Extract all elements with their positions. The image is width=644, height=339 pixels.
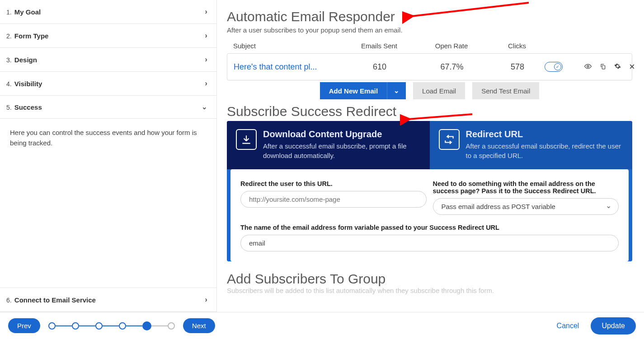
step-number: 2. xyxy=(6,33,12,40)
sidebar-item-visibility[interactable]: 4. Visibility › xyxy=(0,72,216,96)
redirect-box: Download Content Upgrade After a success… xyxy=(227,121,632,261)
next-button[interactable]: Next xyxy=(183,318,215,333)
sidebar-item-my-goal[interactable]: 1. My Goal › xyxy=(0,0,216,24)
redirect-title: Subscribe Success Redirect xyxy=(227,104,632,119)
copy-icon[interactable] xyxy=(600,63,606,71)
step-label: Visibility xyxy=(14,80,42,88)
download-icon xyxy=(236,129,257,150)
tab-title: Download Content Upgrade xyxy=(263,129,421,139)
chevron-down-icon: ⌄ xyxy=(202,103,207,111)
sidebar-item-form-type[interactable]: 2. Form Type › xyxy=(0,24,216,48)
chevron-right-icon: › xyxy=(205,79,207,88)
col-emails-sent: Emails Sent xyxy=(345,42,413,50)
step-progress xyxy=(48,321,175,330)
responder-subtitle: After a user subscribes to your popup se… xyxy=(227,26,632,34)
check-icon: ✓ xyxy=(554,63,561,70)
email-table-header: Subject Emails Sent Open Rate Clicks xyxy=(227,42,632,53)
delete-icon[interactable] xyxy=(629,63,635,71)
step-number: 5. xyxy=(6,104,12,111)
add-new-email-button[interactable]: Add New Email xyxy=(320,82,387,99)
preview-icon[interactable] xyxy=(584,63,592,71)
tab-desc: After a successful email subscribe, prom… xyxy=(263,141,421,160)
email-clicks-value: 578 xyxy=(490,62,545,72)
gear-icon[interactable] xyxy=(614,63,621,71)
chevron-right-icon: › xyxy=(205,295,207,304)
tab-title: Redirect URL xyxy=(466,129,624,139)
tab-redirect-url[interactable]: Redirect URL After a successful email su… xyxy=(430,121,633,169)
col-clicks: Clicks xyxy=(490,42,544,50)
email-sent-value: 610 xyxy=(346,62,414,72)
step-dot[interactable] xyxy=(72,322,79,330)
email-row: Here's that content pl... 610 67.7% 578 … xyxy=(227,53,632,80)
pass-email-select[interactable]: Pass email address as POST variable xyxy=(433,198,619,215)
chevron-right-icon: › xyxy=(205,7,207,16)
step-label: Form Type xyxy=(14,32,49,40)
sidebar-description: Here you can control the success events … xyxy=(0,119,216,288)
redirect-url-input[interactable] xyxy=(240,191,427,208)
load-email-button[interactable]: Load Email xyxy=(413,82,465,99)
email-subject-link[interactable]: Here's that content pl... xyxy=(234,62,346,72)
update-button[interactable]: Update xyxy=(591,317,636,334)
sidebar: 1. My Goal › 2. Form Type › 3. Design › … xyxy=(0,0,217,312)
prev-button[interactable]: Prev xyxy=(8,318,40,333)
step-number: 1. xyxy=(6,9,12,16)
step-dot[interactable] xyxy=(95,322,103,330)
variable-name-label: The name of the email address form varia… xyxy=(240,224,619,231)
cancel-link[interactable]: Cancel xyxy=(557,322,579,330)
step-number: 3. xyxy=(6,56,12,64)
tab-download-content-upgrade[interactable]: Download Content Upgrade After a success… xyxy=(227,121,430,169)
col-open-rate: Open Rate xyxy=(413,42,490,50)
step-label: My Goal xyxy=(14,8,41,16)
step-dot[interactable] xyxy=(119,322,126,330)
footer: Prev Next Cancel Update xyxy=(0,312,644,339)
chevron-right-icon: › xyxy=(205,55,207,64)
tab-desc: After a successful email subscribe, redi… xyxy=(466,141,624,160)
email-open-value: 67.7% xyxy=(414,62,490,72)
chevron-right-icon: › xyxy=(205,31,207,40)
svg-point-0 xyxy=(587,65,589,67)
sidebar-item-connect-email-service[interactable]: 6. Connect to Email Service › xyxy=(0,288,216,312)
step-dot[interactable] xyxy=(48,322,56,330)
step-number: 6. xyxy=(6,297,12,304)
email-enabled-toggle[interactable]: ✓ xyxy=(545,62,563,72)
step-label: Design xyxy=(14,56,37,64)
step-label: Success xyxy=(14,103,42,111)
send-test-email-button[interactable]: Send Test Email xyxy=(472,82,539,99)
sidebar-item-design[interactable]: 3. Design › xyxy=(0,48,216,72)
step-dot-current[interactable] xyxy=(142,321,151,330)
main-content: Automatic Email Responder After a user s… xyxy=(217,0,644,312)
step-dot[interactable] xyxy=(168,322,175,330)
svg-rect-1 xyxy=(602,65,605,69)
group-subtitle: Subscribers will be added to this list a… xyxy=(227,287,632,294)
redirect-url-label: Redirect the user to this URL. xyxy=(240,180,427,187)
step-label: Connect to Email Service xyxy=(14,296,96,304)
pass-email-label: Need to do something with the email addr… xyxy=(433,180,619,195)
redirect-icon xyxy=(439,129,460,150)
variable-name-input[interactable] xyxy=(240,235,619,251)
sidebar-item-success[interactable]: 5. Success ⌄ xyxy=(0,96,216,119)
group-title: Add Subscribers To Group xyxy=(227,271,632,287)
responder-title: Automatic Email Responder xyxy=(227,9,632,24)
col-subject: Subject xyxy=(233,42,345,50)
add-email-dropdown-button[interactable]: ⌄ xyxy=(387,82,406,99)
step-number: 4. xyxy=(6,80,12,88)
